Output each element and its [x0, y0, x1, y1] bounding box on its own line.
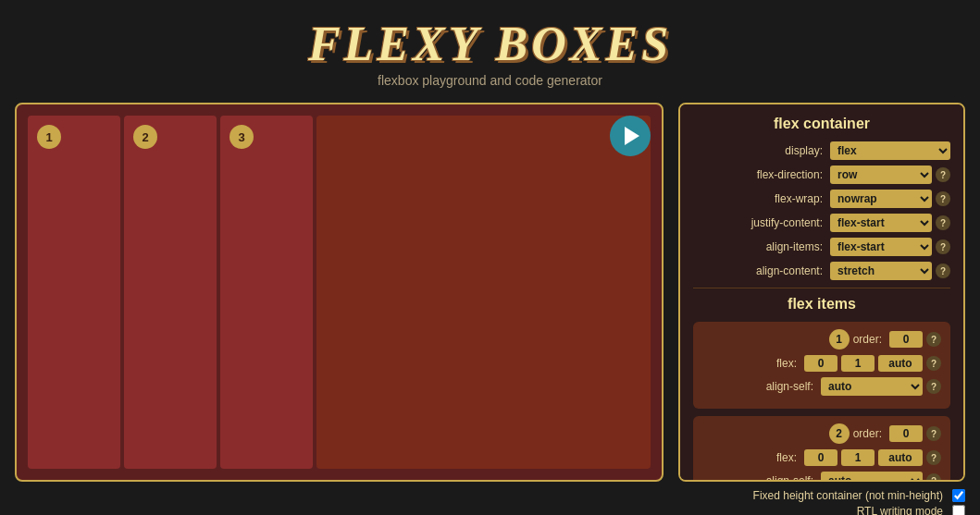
item1-badge: 1 [829, 329, 850, 349]
flex-wrap-row: flex-wrap: nowrap wrap wrap-reverse ? [693, 190, 950, 208]
flex-container-demo: 1 2 3 [28, 116, 651, 469]
subtitle: flexbox playground and code generator [0, 73, 980, 88]
flex-direction-row: flex-direction: row row-reverse column c… [693, 166, 950, 184]
justify-content-select[interactable]: flex-start flex-end center space-between… [830, 214, 932, 232]
item2-order-input[interactable] [889, 425, 923, 442]
item1-flex-row: flex: ? [702, 355, 941, 372]
flex-items-title: flex items [693, 296, 950, 313]
item2-flex-basis-input[interactable] [878, 449, 923, 466]
item1-align-self-row: align-self: auto flex-start flex-end cen… [702, 377, 941, 396]
divider [693, 288, 950, 288]
flex-item-2: 2 [124, 116, 217, 469]
item1-align-self-label: align-self: [766, 380, 813, 393]
item1-flex-help-icon[interactable]: ? [926, 356, 941, 371]
flex-item-3: 3 [220, 116, 313, 469]
flex-wrap-select[interactable]: nowrap wrap wrap-reverse [830, 190, 932, 208]
item1-order-row: 1 order: ? [702, 329, 941, 349]
justify-content-row: justify-content: flex-start flex-end cen… [693, 214, 950, 232]
play-button[interactable] [610, 116, 651, 156]
item1-order-label: order: [853, 333, 882, 346]
item1-flex-shrink-input[interactable] [841, 355, 875, 372]
display-select[interactable]: flex inline-flex [830, 141, 950, 160]
bottom-options: Fixed height container (not min-height) … [0, 482, 980, 515]
controls-panel: flex container display: flex inline-flex… [678, 103, 965, 482]
fixed-height-option: Fixed height container (not min-height) [753, 489, 965, 502]
align-content-select[interactable]: flex-start flex-end center space-between… [830, 262, 932, 280]
item-number-1: 1 [37, 125, 61, 149]
justify-content-label: justify-content: [751, 216, 823, 229]
rtl-option: RTL writing mode [857, 505, 965, 515]
align-content-row: align-content: flex-start flex-end cente… [693, 262, 950, 280]
item2-flex-help-icon[interactable]: ? [926, 450, 941, 465]
flex-wrap-label: flex-wrap: [775, 192, 823, 205]
item2-order-row: 2 order: ? [702, 423, 941, 444]
item1-align-self-help-icon[interactable]: ? [926, 379, 941, 394]
item2-align-self-row: align-self: auto flex-start flex-end cen… [702, 472, 941, 482]
align-content-label: align-content: [756, 264, 823, 277]
playground-wrapper: 1 2 3 [15, 103, 664, 482]
rtl-label: RTL writing mode [857, 505, 943, 515]
item2-flex-shrink-input[interactable] [841, 449, 875, 466]
item2-order-help-icon[interactable]: ? [926, 426, 941, 441]
display-label: display: [785, 144, 823, 157]
display-row: display: flex inline-flex [693, 141, 950, 160]
item1-flex-inputs [804, 355, 923, 372]
demo-block [316, 116, 651, 469]
flex-direction-select[interactable]: row row-reverse column column-reverse [830, 166, 932, 184]
main-layout: 1 2 3 flex container display: flex inlin… [0, 103, 980, 482]
item2-order-label: order: [853, 427, 882, 440]
item2-flex-inputs [804, 449, 923, 466]
flex-item-section-1: 1 order: ? flex: ? align-self: auto flex… [693, 322, 950, 409]
item1-flex-basis-input[interactable] [878, 355, 923, 372]
flex-container-title: flex container [693, 116, 950, 132]
item-number-2: 2 [133, 125, 157, 149]
align-items-select[interactable]: flex-start flex-end center baseline stre… [830, 238, 932, 256]
align-items-row: align-items: flex-start flex-end center … [693, 238, 950, 256]
flex-wrap-help-icon[interactable]: ? [936, 191, 950, 206]
flex-item-section-2: 2 order: ? flex: ? align-self: auto flex… [693, 416, 950, 482]
fixed-height-checkbox[interactable] [952, 489, 965, 502]
item-number-3: 3 [229, 125, 254, 149]
item2-flex-grow-input[interactable] [804, 449, 837, 466]
flex-direction-help-icon[interactable]: ? [936, 167, 950, 182]
item2-flex-row: flex: ? [702, 449, 941, 466]
rtl-checkbox[interactable] [952, 505, 965, 515]
flex-direction-label: flex-direction: [757, 168, 823, 181]
item1-order-help-icon[interactable]: ? [926, 332, 941, 347]
header: FLEXY BOXES flexbox playground and code … [0, 0, 980, 95]
item1-flex-grow-input[interactable] [804, 355, 837, 372]
item2-flex-label: flex: [776, 451, 797, 464]
item1-align-self-select[interactable]: auto flex-start flex-end center baseline… [821, 377, 923, 396]
item2-badge: 2 [829, 423, 850, 444]
logo: FLEXY BOXES [0, 17, 980, 71]
align-items-label: align-items: [766, 240, 823, 253]
item1-order-input[interactable] [889, 331, 923, 348]
item2-align-self-help-icon[interactable]: ? [926, 473, 941, 482]
align-items-help-icon[interactable]: ? [936, 239, 950, 254]
item2-align-self-label: align-self: [766, 474, 813, 482]
item1-flex-label: flex: [776, 357, 797, 370]
fixed-height-label: Fixed height container (not min-height) [753, 489, 943, 502]
align-content-help-icon[interactable]: ? [936, 264, 950, 278]
item2-align-self-select[interactable]: auto flex-start flex-end center baseline… [821, 472, 923, 482]
justify-content-help-icon[interactable]: ? [936, 215, 950, 230]
flex-item-1: 1 [28, 116, 120, 469]
